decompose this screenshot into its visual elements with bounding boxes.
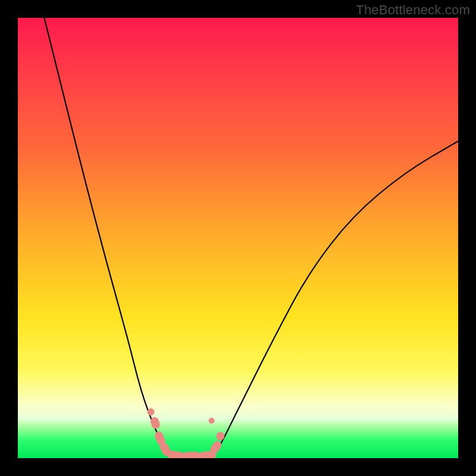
marker-dot xyxy=(147,408,154,415)
marker-dot xyxy=(216,432,224,440)
data-markers xyxy=(147,408,224,458)
bottleneck-curve-right xyxy=(212,141,458,458)
marker-dot xyxy=(209,418,215,424)
marker-capsule xyxy=(167,450,186,458)
chart-plot-area xyxy=(18,18,458,458)
chart-svg xyxy=(18,18,458,458)
watermark-text: TheBottleneck.com xyxy=(356,2,470,18)
chart-frame: TheBottleneck.com xyxy=(0,0,476,476)
marker-capsule xyxy=(183,452,201,458)
bottleneck-curve-left xyxy=(44,18,172,458)
